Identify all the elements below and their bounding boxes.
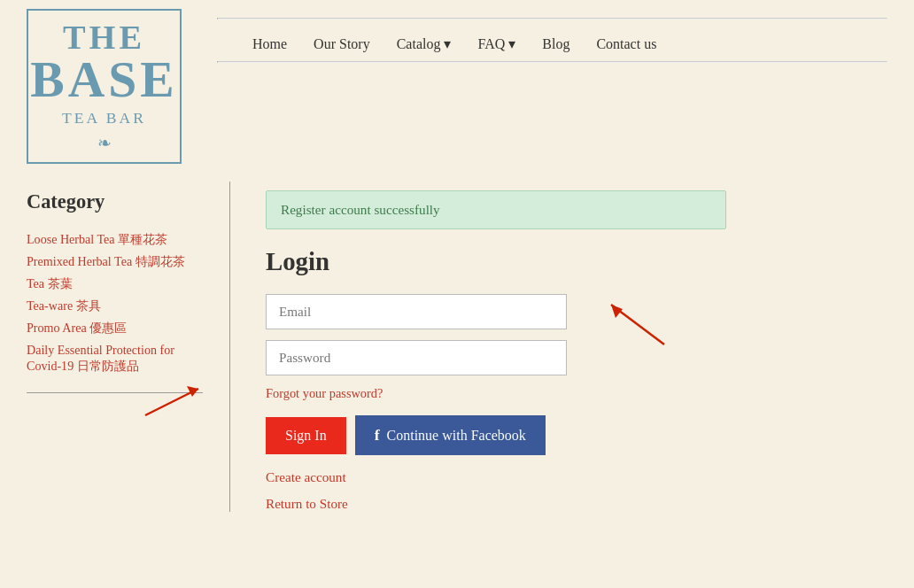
nav-our-story[interactable]: Our Story: [314, 36, 370, 52]
sidebar-item-premixed[interactable]: Premixed Herbal Tea 特調花茶: [27, 253, 203, 270]
sidebar-list: Loose Herbal Tea 單種花茶 Premixed Herbal Te…: [27, 231, 203, 375]
sidebar-item-promo[interactable]: Promo Area 優惠區: [27, 320, 203, 337]
create-account-link[interactable]: Create account: [266, 469, 726, 485]
nav-blog[interactable]: Blog: [542, 36, 569, 52]
sidebar-item-loose-herbal[interactable]: Loose Herbal Tea 單種花茶: [27, 231, 203, 248]
arrow-sidebar-icon: [141, 375, 212, 420]
sidebar: Category Loose Herbal Tea 單種花茶 Premixed …: [27, 182, 230, 512]
sidebar-category-title: Category: [27, 190, 203, 219]
nav-catalog[interactable]: Catalog ▾: [397, 35, 452, 52]
logo-leaf-icon: ❧: [97, 133, 112, 153]
login-content: Register account successfully Login Forg…: [266, 182, 726, 512]
svg-marker-1: [187, 386, 198, 397]
nav-contact[interactable]: Contact us: [596, 36, 656, 52]
facebook-button[interactable]: f Continue with Facebook: [355, 415, 546, 455]
arrow-password-icon: [593, 287, 673, 349]
nav-faq[interactable]: FAQ ▾: [477, 35, 515, 52]
sidebar-item-teaware[interactable]: Tea-ware 茶具: [27, 298, 203, 314]
logo-the: THE: [63, 20, 145, 54]
logo[interactable]: THE BASE TEA BAR ❧: [27, 9, 182, 164]
success-message: Register account successfully: [281, 202, 440, 217]
forgot-password-link[interactable]: Forgot your password?: [266, 386, 726, 401]
sidebar-item-tea[interactable]: Tea 茶葉: [27, 275, 203, 292]
button-row: Sign In f Continue with Facebook: [266, 415, 726, 455]
login-title: Login: [266, 247, 726, 276]
email-input[interactable]: [266, 294, 567, 329]
sidebar-item-daily-essential[interactable]: Daily Essential Protection for Covid-19 …: [27, 342, 203, 375]
password-wrapper: [266, 340, 567, 386]
nav-links: Home Our Story Catalog ▾ FAQ ▾ Blog Cont…: [217, 19, 887, 61]
return-to-store-link[interactable]: Return to Store: [266, 496, 726, 512]
nav-home[interactable]: Home: [252, 36, 287, 52]
sidebar-bottom-divider: [27, 392, 203, 393]
success-banner: Register account successfully: [266, 190, 726, 229]
main-content: Category Loose Herbal Tea 單種花茶 Premixed …: [0, 164, 914, 530]
logo-base: BASE: [30, 54, 177, 105]
nav-area: Home Our Story Catalog ▾ FAQ ▾ Blog Cont…: [217, 9, 887, 63]
facebook-icon: f: [375, 426, 380, 445]
password-input[interactable]: [266, 340, 567, 375]
facebook-button-label: Continue with Facebook: [387, 428, 526, 444]
header: THE BASE TEA BAR ❧ Home Our Story Catalo…: [0, 0, 914, 164]
signin-button[interactable]: Sign In: [266, 417, 346, 454]
logo-teabar: TEA BAR: [62, 109, 146, 128]
